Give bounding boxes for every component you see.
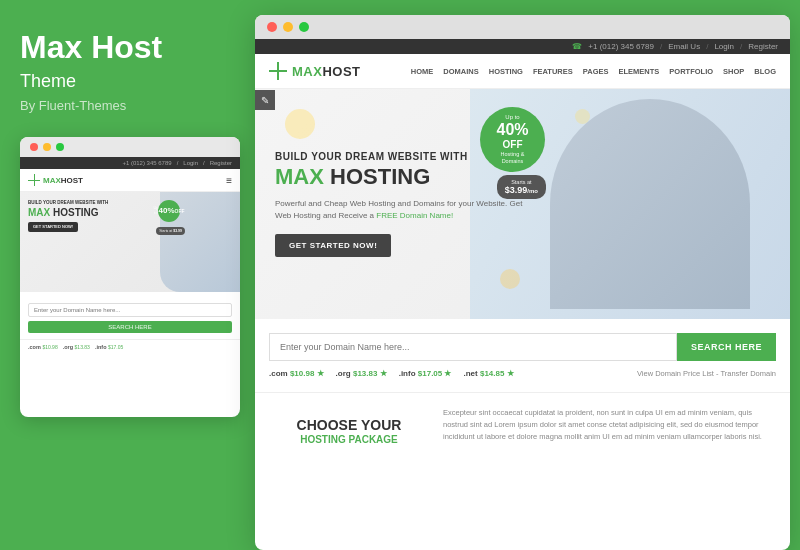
nav-shop[interactable]: SHOP <box>723 67 744 76</box>
hosting-package-subtitle: HOSTING PACKAGE <box>279 434 419 445</box>
mini-logo-text: MAXHOST <box>43 176 83 185</box>
domain-tld-list: .com $10.98 ★ .org $13.83 ★ .info $17.05… <box>269 369 514 378</box>
main-hero-woman-image <box>550 99 750 309</box>
main-hero-hosting-text: HOSTING <box>330 164 430 189</box>
mini-hero-btn[interactable]: GET STARTED NOW! <box>28 222 78 232</box>
hero-circle-1 <box>285 109 315 139</box>
main-topnav: ☎ +1 (012) 345 6789 / Email Us / Login /… <box>255 39 790 54</box>
mini-phone: +1 (012) 345 6789 <box>122 160 171 166</box>
mini-tld-com: .com $10.98 <box>28 344 58 350</box>
mini-topnav: +1 (012) 345 6789 / Login / Register <box>20 157 240 169</box>
mini-hamburger-icon[interactable]: ≡ <box>226 175 232 186</box>
domain-price-link[interactable]: View Domain Price List - Transfer Domain <box>637 369 776 378</box>
domain-search-button[interactable]: SEARCH HERE <box>677 333 776 361</box>
main-dot-red <box>267 22 277 32</box>
theme-subtitle: Theme <box>20 71 230 92</box>
mini-browser-mockup: +1 (012) 345 6789 / Login / Register MAX… <box>20 137 240 417</box>
main-dot-yellow <box>283 22 293 32</box>
domain-search-input[interactable] <box>269 333 677 361</box>
mini-tld-org: .org $13.83 <box>63 344 90 350</box>
edit-pencil-button[interactable]: ✎ <box>255 90 275 110</box>
badge-percent: 40% <box>496 122 528 138</box>
badge-sub1: Hosting & <box>501 151 525 158</box>
main-email-link[interactable]: Email Us <box>668 42 700 51</box>
nav-blog[interactable]: BLOG <box>754 67 776 76</box>
main-browser-bar <box>255 15 790 39</box>
main-browser-mockup: ☎ +1 (012) 345 6789 / Email Us / Login /… <box>255 15 790 550</box>
domain-section: SEARCH HERE .com $10.98 ★ .org $13.83 ★ … <box>255 319 790 393</box>
main-hero-badge: Up to 40% OFF Hosting & Domains <box>480 107 545 172</box>
free-domain-link: FREE Domain Name! <box>376 211 453 220</box>
main-register-link[interactable]: Register <box>748 42 778 51</box>
main-dot-green <box>299 22 309 32</box>
main-logo-icon <box>269 62 287 80</box>
nav-domains[interactable]: DOMAINS <box>443 67 478 76</box>
main-phone-icon: ☎ <box>572 42 582 51</box>
mini-tld-row: .com $10.98 .org $13.83 .info $17.05 <box>20 340 240 354</box>
mini-tld-info: .info $17.05 <box>95 344 123 350</box>
main-logo-text: MAXHOST <box>292 64 361 79</box>
main-starts-badge: Starts at $3.99/mo <box>497 175 546 199</box>
mini-hero: BUILD YOUR DREAM WEBSITE WITH MAX HOSTIN… <box>20 192 240 292</box>
tld-org: .org $13.83 ★ <box>336 369 387 378</box>
nav-home[interactable]: HOME <box>411 67 434 76</box>
main-nav: MAXHOST HOME DOMAINS HOSTING FEATURES PA… <box>255 54 790 89</box>
hosting-desc-text: Excepteur sint occaecat cupidatat ia pro… <box>443 407 776 443</box>
nav-pages[interactable]: PAGES <box>583 67 609 76</box>
left-panel: Max Host Theme By Fluent-Themes +1 (012)… <box>0 0 250 550</box>
main-nav-links: HOME DOMAINS HOSTING FEATURES PAGES ELEM… <box>411 67 776 76</box>
nav-hosting[interactable]: HOSTING <box>489 67 523 76</box>
hero-circle-3 <box>575 109 590 124</box>
main-hero-content: BUILD YOUR DREAM WEBSITE WITH MAX HOSTIN… <box>255 151 525 256</box>
mini-sep2: / <box>203 160 205 166</box>
tld-info: .info $17.05 ★ <box>399 369 452 378</box>
mini-dot-red <box>30 143 38 151</box>
nav-portfolio[interactable]: PORTFOLIO <box>669 67 713 76</box>
nav-features[interactable]: FEATURES <box>533 67 573 76</box>
main-hero: BUILD YOUR DREAM WEBSITE WITH MAX HOSTIN… <box>255 89 790 319</box>
hosting-package-title: CHOOSE YOUR <box>279 417 419 434</box>
hero-circle-2 <box>500 269 520 289</box>
main-hero-cta-button[interactable]: GET STARTED NOW! <box>275 234 391 257</box>
badge-sub2: Domains <box>502 158 524 165</box>
mini-logo-icon <box>28 174 40 186</box>
theme-by: By Fluent-Themes <box>20 98 230 113</box>
bottom-section: CHOOSE YOUR HOSTING PACKAGE Excepteur si… <box>255 393 790 469</box>
mini-domain-input[interactable] <box>28 303 232 317</box>
badge-off: OFF <box>503 138 523 151</box>
mini-search-button[interactable]: SEARCH HERE <box>28 321 232 333</box>
tld-com: .com $10.98 ★ <box>269 369 324 378</box>
mini-hero-text: BUILD YOUR DREAM WEBSITE WITH MAX HOSTIN… <box>28 200 138 232</box>
mini-hero-hosting: HOSTING <box>53 207 99 218</box>
main-logo: MAXHOST <box>269 62 361 80</box>
nav-elements[interactable]: ELEMENTS <box>618 67 659 76</box>
main-hero-desc: Powerful and Cheap Web Hosting and Domai… <box>275 198 525 222</box>
mini-hero-max: MAX <box>28 207 50 218</box>
domain-tld-row: .com $10.98 ★ .org $13.83 ★ .info $17.05… <box>269 369 776 378</box>
mini-browser-bar <box>20 137 240 157</box>
starts-price: $3.99/mo <box>505 185 538 195</box>
main-hero-title: MAX HOSTING <box>275 165 525 189</box>
hosting-package-box: CHOOSE YOUR HOSTING PACKAGE <box>269 407 429 455</box>
domain-search-row: SEARCH HERE <box>269 333 776 361</box>
mini-dot-yellow <box>43 143 51 151</box>
hosting-desc-box: Excepteur sint occaecat cupidatat ia pro… <box>443 407 776 455</box>
mini-starts-badge: Starts at $3.99 <box>156 227 185 235</box>
mini-register: Register <box>210 160 232 166</box>
theme-title: Max Host <box>20 30 230 65</box>
mini-domain-section: SEARCH HERE <box>20 292 240 340</box>
mini-dot-green <box>56 143 64 151</box>
main-login-link[interactable]: Login <box>714 42 734 51</box>
main-hero-max: MAX <box>275 164 324 189</box>
mini-logo: MAXHOST <box>28 174 83 186</box>
mini-mainnav: MAXHOST ≡ <box>20 169 240 192</box>
mini-login: Login <box>183 160 198 166</box>
mini-sep: / <box>177 160 179 166</box>
tld-net: .net $14.85 ★ <box>463 369 513 378</box>
main-phone: +1 (012) 345 6789 <box>588 42 654 51</box>
